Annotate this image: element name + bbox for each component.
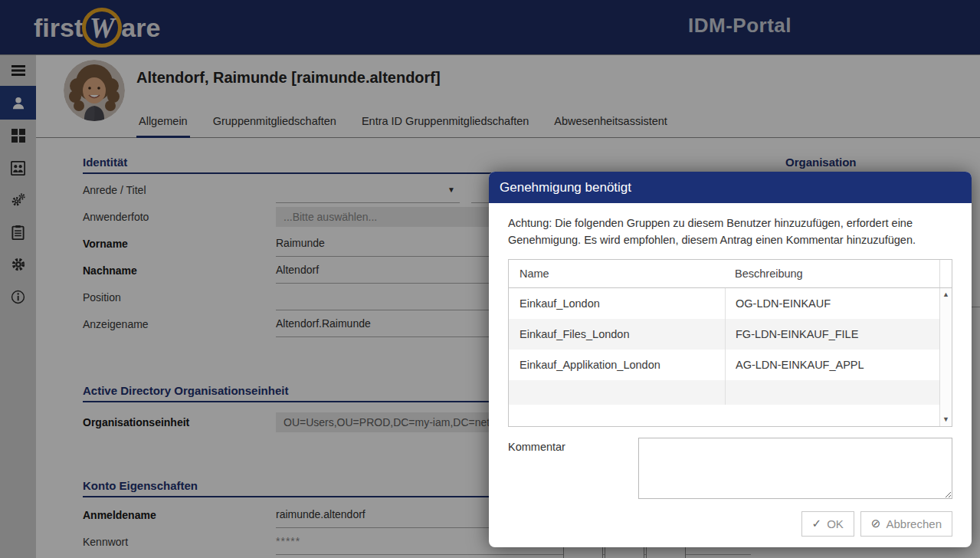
- table-filler: [509, 405, 939, 426]
- abbrechen-button[interactable]: ⊘ Abbrechen: [860, 511, 952, 537]
- kommentar-textarea[interactable]: [638, 438, 952, 499]
- dialog-message-line1: Achtung: Die folgenden Gruppen zu diesem…: [508, 215, 952, 231]
- cell-group-name: Einkauf_Files_London: [509, 319, 725, 350]
- header-scroll-spacer: [939, 260, 952, 287]
- cancel-circle-icon: ⊘: [871, 517, 881, 530]
- cell-group-name: Einkauf_London: [509, 288, 725, 319]
- table-scrollbar[interactable]: ▲ ▼: [939, 288, 952, 426]
- table-row[interactable]: Einkauf_Files_London FG-LDN-EINKAUF_FILE: [509, 319, 939, 350]
- column-header-beschreibung: Beschreibung: [725, 268, 939, 280]
- scroll-up-icon[interactable]: ▲: [942, 291, 949, 298]
- groups-table-header: Name Beschreibung: [509, 260, 952, 288]
- idm-portal-window: first W are IDM-Portal: [0, 0, 980, 558]
- check-icon: ✓: [812, 517, 822, 530]
- approval-dialog: Genehmigung benötigt Achtung: Die folgen…: [489, 172, 972, 547]
- ok-button-label: OK: [827, 517, 844, 530]
- dialog-message-line2: Genehmigung. Es wird empfohlen, diesem A…: [508, 231, 952, 248]
- cell-group-name: Einkauf_Applikation_London: [509, 350, 725, 380]
- abbrechen-button-label: Abbrechen: [886, 517, 942, 530]
- dialog-title: Genehmigung benötigt: [489, 172, 972, 203]
- table-row[interactable]: Einkauf_Applikation_London AG-LDN-EINKAU…: [509, 350, 939, 380]
- kommentar-label: Kommentar: [508, 438, 638, 499]
- groups-table: Name Beschreibung Einkauf_London OG-LDN-…: [508, 259, 952, 427]
- cell-group-description: OG-LDN-EINKAUF: [725, 288, 939, 319]
- cell-group-description: FG-LDN-EINKAUF_FILE: [725, 319, 939, 350]
- scroll-down-icon[interactable]: ▼: [942, 416, 949, 423]
- column-header-name: Name: [509, 268, 725, 280]
- table-row-empty: [509, 380, 939, 405]
- ok-button[interactable]: ✓ OK: [801, 511, 854, 537]
- cell-group-description: AG-LDN-EINKAUF_APPL: [725, 350, 939, 380]
- table-row[interactable]: Einkauf_London OG-LDN-EINKAUF: [509, 288, 939, 319]
